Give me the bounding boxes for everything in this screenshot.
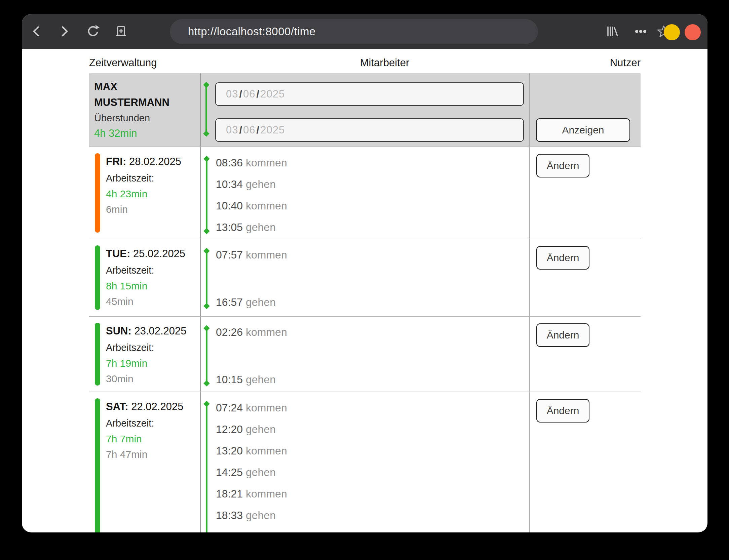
overtime-label: Überstunden: [94, 110, 195, 126]
time-entries: 08:36 kommen10:34 gehen10:40 kommen13:05…: [216, 147, 287, 235]
pause-value: 6min: [106, 202, 202, 217]
extensions-grid-icon[interactable]: [577, 26, 591, 39]
time-entry: 18:21 kommen: [216, 486, 287, 501]
browser-toolbar: http://localhost:8000/time: [22, 14, 707, 49]
time-entry: 10:40 kommen: [216, 198, 287, 213]
time-entry: 14:25 gehen: [216, 465, 287, 480]
library-icon[interactable]: [605, 25, 619, 38]
day-summary: SAT: 22.02.2025 Arbeitszeit: 7h 7min 7h …: [106, 398, 202, 462]
anzeigen-button[interactable]: Anzeigen: [536, 118, 630, 142]
nav-nutzer[interactable]: Nutzer: [610, 54, 641, 71]
time-entry: 10:15 gehen: [216, 372, 287, 387]
worktime-label: Arbeitszeit:: [106, 262, 202, 278]
date-separator: /: [238, 88, 243, 100]
date-to-input[interactable]: 03/06/2025: [215, 118, 524, 142]
new-tab-button[interactable]: [114, 25, 128, 38]
pause-value: 30min: [106, 371, 202, 387]
status-bar: [95, 245, 100, 310]
overtime-value: 4h 32min: [94, 126, 195, 141]
user-card: MAX MUSTERMANN Überstunden 4h 32min: [94, 79, 195, 141]
date-separator: /: [256, 124, 261, 136]
row-timeline: [206, 328, 207, 384]
time-entries: 02:26 kommen10:15 gehen: [216, 317, 287, 387]
day-title: SAT: 22.02.2025: [106, 398, 202, 415]
back-button[interactable]: [30, 25, 43, 38]
time-entry: 12:20 gehen: [216, 422, 287, 437]
row-timeline: [206, 404, 207, 532]
menu-kebab-icon[interactable]: [635, 25, 647, 38]
date-from-input[interactable]: 03/06/2025: [215, 82, 524, 106]
time-entry: 07:24 kommen: [216, 400, 287, 415]
status-bar: [95, 323, 100, 386]
time-entry: 07:57 kommen: [216, 247, 287, 262]
date-from-month: 03: [226, 88, 238, 100]
day-summary: FRI: 28.02.2025 Arbeitszeit: 4h 23min 6m…: [106, 153, 202, 217]
status-bar: [95, 398, 100, 532]
aendern-button[interactable]: Ändern: [536, 154, 589, 177]
aendern-button[interactable]: Ändern: [536, 246, 589, 270]
date-to-year: 2025: [260, 124, 285, 136]
time-entry: 18:33 gehen: [216, 508, 287, 523]
time-entry: 10:34 gehen: [216, 177, 287, 192]
worktime-label: Arbeitszeit:: [106, 339, 202, 356]
browser-window: http://localhost:8000/time Zeitverwaltun…: [22, 14, 707, 532]
worktime-value: 8h 15min: [106, 278, 202, 294]
date-from-day: 06: [243, 88, 255, 100]
time-entry: 02:26 kommen: [216, 325, 287, 339]
url-text: http://localhost:8000/time: [170, 25, 316, 38]
back-icon: [32, 25, 41, 38]
minimize-button[interactable]: [664, 24, 680, 40]
row-timeline: [206, 159, 207, 231]
date-from-year: 2025: [260, 88, 285, 100]
time-entry: 16:57 gehen: [216, 295, 287, 310]
worktime-value: 7h 7min: [106, 431, 202, 447]
nav-zeitverwaltung[interactable]: Zeitverwaltung: [89, 54, 157, 71]
aendern-button[interactable]: Ändern: [536, 399, 589, 423]
worktime-label: Arbeitszeit:: [106, 415, 202, 431]
status-bar: [95, 153, 100, 233]
time-entries: 07:24 kommen12:20 gehen13:20 kommen14:25…: [216, 392, 287, 532]
new-tab-icon: [114, 24, 128, 38]
day-row: SUN: 23.02.2025 Arbeitszeit: 7h 19min 30…: [89, 317, 641, 392]
day-row: TUE: 25.02.2025 Arbeitszeit: 8h 15min 45…: [89, 239, 641, 316]
date-separator: /: [238, 124, 243, 136]
worktime-value: 7h 19min: [106, 356, 202, 371]
nav-mitarbeiter[interactable]: Mitarbeiter: [360, 54, 409, 71]
user-name-line1: MAX: [94, 79, 195, 94]
day-title: FRI: 28.02.2025: [106, 153, 202, 170]
day-title: SUN: 23.02.2025: [106, 323, 202, 339]
pause-value: 45min: [106, 294, 202, 309]
forward-icon: [60, 25, 69, 38]
day-title: TUE: 25.02.2025: [106, 245, 202, 262]
day-row: FRI: 28.02.2025 Arbeitszeit: 4h 23min 6m…: [89, 147, 641, 239]
date-to-month: 03: [226, 124, 238, 136]
url-bar[interactable]: http://localhost:8000/time: [170, 19, 538, 44]
day-summary: TUE: 25.02.2025 Arbeitszeit: 8h 15min 45…: [106, 245, 202, 309]
row-timeline: [206, 251, 207, 306]
date-separator: /: [256, 88, 261, 100]
time-entries: 07:57 kommen16:57 gehen: [216, 239, 287, 310]
pause-value: 7h 47min: [106, 447, 202, 462]
time-entry: 21:24 kommen: [216, 529, 287, 532]
user-name-line2: MUSTERMANN: [94, 94, 195, 110]
worktime-value: 4h 23min: [106, 186, 202, 202]
time-entry: 13:05 gehen: [216, 220, 287, 235]
date-to-day: 06: [243, 124, 255, 136]
day-row: SAT: 22.02.2025 Arbeitszeit: 7h 7min 7h …: [89, 392, 641, 532]
time-entry: 08:36 kommen: [216, 155, 287, 170]
close-button[interactable]: [685, 24, 701, 40]
aendern-button[interactable]: Ändern: [536, 323, 589, 347]
forward-button[interactable]: [58, 25, 71, 38]
reload-icon: [86, 24, 100, 39]
day-summary: SUN: 23.02.2025 Arbeitszeit: 7h 19min 30…: [106, 323, 202, 387]
worktime-label: Arbeitszeit:: [106, 170, 202, 186]
header-timeline: [205, 85, 207, 134]
reload-button[interactable]: [86, 25, 100, 38]
time-entry: 13:20 kommen: [216, 443, 287, 458]
